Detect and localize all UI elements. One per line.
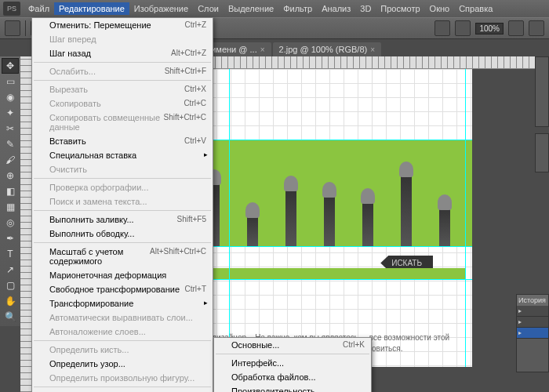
brush-graphic — [362, 201, 373, 246]
menu-выделение[interactable]: Выделение — [224, 2, 278, 15]
history-panel[interactable]: История ▸ ▸ ▸ — [516, 294, 549, 372]
zoom-select[interactable]: 100% — [475, 23, 504, 34]
menu-item-label: Автоматически выравнивать слои... — [49, 313, 193, 322]
menu-item-label: Ослабить... — [49, 67, 96, 76]
shortcut-label: Alt+Shift+Ctrl+C — [150, 247, 206, 266]
menu-item: Очистить — [32, 162, 213, 176]
menu-item[interactable]: Удалить из памяти — [32, 389, 213, 392]
menu-item-label: Выполнить обводку... — [49, 229, 134, 238]
hand-icon[interactable] — [508, 20, 524, 36]
menu-item[interactable]: Специальная вставка — [32, 148, 213, 162]
collapsed-panel[interactable] — [535, 56, 549, 127]
pen-tool[interactable]: ✒ — [2, 230, 19, 246]
menu-изображение[interactable]: Изображение — [129, 2, 193, 15]
eraser-tool[interactable]: ◧ — [2, 183, 19, 199]
menu-item-label: Определить кисть... — [49, 345, 129, 354]
hand-tool[interactable]: ✋ — [2, 293, 19, 309]
wand-tool[interactable]: ✦ — [2, 105, 19, 121]
menu-item[interactable]: Выполнить обводку... — [32, 227, 213, 241]
menu-item[interactable]: Основные...Ctrl+K — [214, 338, 371, 352]
menu-анализ[interactable]: Анализ — [317, 2, 355, 15]
gradient-tool[interactable]: ▦ — [2, 199, 19, 215]
menu-item-label: Выполнить заливку... — [49, 215, 134, 224]
menu-item-label: Скопировать совмещенные данные — [49, 113, 164, 132]
shortcut-label: Alt+Ctrl+Z — [171, 49, 206, 58]
panel-tab[interactable]: История — [517, 295, 548, 306]
zoom-tool[interactable]: 🔍 — [2, 309, 19, 325]
menu-item-label: Определить узор... — [49, 359, 125, 368]
menu-item: Поиск и замена текста... — [32, 194, 213, 209]
menu-item[interactable]: Свободное трансформированиеCtrl+T — [32, 282, 213, 296]
menu-item[interactable]: Производительность... — [214, 384, 371, 392]
menu-item: Шаг вперед — [32, 32, 213, 46]
close-icon[interactable]: × — [370, 45, 375, 54]
menu-справка[interactable]: Справка — [454, 2, 497, 15]
menu-item-label: Скопировать — [49, 99, 101, 108]
arrange-icon[interactable] — [434, 20, 450, 36]
menu-item: Определить произвольную фигуру... — [32, 371, 213, 385]
brush-graphic — [324, 194, 335, 246]
menu-item[interactable]: Трансформирование — [32, 296, 213, 310]
tool-preset-icon[interactable] — [5, 20, 20, 36]
document-tab[interactable]: 2.jpg @ 100% (RGB/8)× — [273, 42, 382, 56]
menu-item-label: Трансформирование — [49, 299, 133, 308]
history-row[interactable]: ▸ — [517, 306, 548, 317]
menu-редактирование[interactable]: Редактирование — [54, 2, 129, 15]
lasso-tool[interactable]: ◉ — [2, 89, 19, 105]
menu-окно[interactable]: Окно — [425, 2, 455, 15]
eyedropper-tool[interactable]: ✎ — [2, 136, 19, 152]
shortcut-label: Ctrl+V — [184, 136, 206, 146]
path-tool[interactable]: ↗ — [2, 262, 19, 278]
menu-слои[interactable]: Слои — [193, 2, 224, 15]
menu-item: ВырезатьCtrl+X — [32, 82, 213, 96]
menubar: PS ФайлРедактированиеИзображениеСлоиВыде… — [0, 0, 549, 17]
menu-item[interactable]: Шаг назадAlt+Ctrl+Z — [32, 46, 213, 60]
menu-фильтр[interactable]: Фильтр — [278, 2, 317, 15]
history-row[interactable]: ▸ — [517, 328, 548, 339]
menu-item[interactable]: Определить узор... — [32, 357, 213, 371]
menu-файл[interactable]: Файл — [24, 2, 54, 15]
menu-item-label: Масштаб с учетом содержимого — [49, 247, 150, 266]
brush-tool[interactable]: 🖌 — [2, 152, 19, 168]
view-icon[interactable] — [529, 20, 544, 36]
crop-tool[interactable]: ✂ — [2, 121, 19, 136]
menu-item-label: Проверка орфографии... — [49, 183, 148, 192]
menu-item[interactable]: Выполнить заливку...Shift+F5 — [32, 212, 213, 227]
shape-tool[interactable]: ▢ — [2, 278, 19, 293]
collapsed-panel[interactable] — [535, 133, 549, 172]
preferences-submenu[interactable]: Основные...Ctrl+KИнтерфейс...Обработка ф… — [213, 337, 372, 392]
menu-item[interactable]: Обработка файлов... — [214, 370, 371, 384]
menu-item-label: Марионеточная деформация — [49, 270, 166, 280]
shortcut-label: Shift+Ctrl+C — [164, 113, 206, 132]
menu-item-label: Вырезать — [49, 85, 88, 94]
screen-mode-icon[interactable] — [455, 20, 471, 36]
menu-3d[interactable]: 3D — [355, 2, 376, 15]
menu-item[interactable]: Интерфейс... — [214, 356, 371, 370]
shortcut-label: Ctrl+C — [184, 99, 206, 108]
close-icon[interactable]: × — [260, 45, 265, 54]
blur-tool[interactable]: ◎ — [2, 215, 19, 230]
move-tool[interactable]: ✥ — [2, 58, 19, 74]
menu-item: Ослабить...Shift+Ctrl+F — [32, 64, 213, 78]
shortcut-label: Shift+Ctrl+F — [165, 67, 206, 76]
menu-item[interactable]: Отменить: ПеремещениеCtrl+Z — [32, 18, 213, 32]
menu-item-label: Определить произвольную фигуру... — [49, 373, 195, 383]
menu-item-label: Свободное трансформирование — [49, 285, 180, 294]
menu-просмотр[interactable]: Просмотр — [376, 2, 424, 15]
menu-item-label: Шаг назад — [49, 49, 91, 58]
type-tool[interactable]: T — [2, 246, 19, 262]
edit-menu-dropdown[interactable]: Отменить: ПеремещениеCtrl+ZШаг впередШаг… — [31, 17, 213, 392]
menu-item[interactable]: Марионеточная деформация — [32, 268, 213, 282]
stamp-tool[interactable]: ⊕ — [2, 168, 19, 183]
marquee-tool[interactable]: ▭ — [2, 74, 19, 89]
menu-item[interactable]: ВставитьCtrl+V — [32, 134, 213, 148]
menu-item-label: Отменить: Перемещение — [49, 20, 151, 30]
menu-item-label: Очистить — [49, 165, 87, 174]
menu-item: Автоналожение слоев... — [32, 325, 213, 339]
menu-item[interactable]: Масштаб с учетом содержимогоAlt+Shift+Ct… — [32, 245, 213, 268]
menu-item: Автоматически выравнивать слои... — [32, 310, 213, 325]
history-row[interactable]: ▸ — [517, 317, 548, 328]
menu-item-label: Автоналожение слоев... — [49, 327, 146, 336]
menu-item-label: Вставить — [49, 136, 86, 146]
menu-item-label: Поиск и замена текста... — [49, 197, 147, 206]
